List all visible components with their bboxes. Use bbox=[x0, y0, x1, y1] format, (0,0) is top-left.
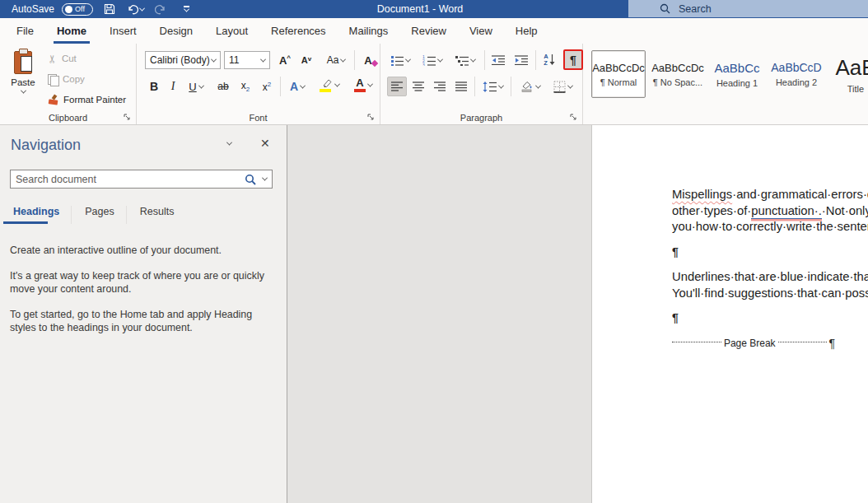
underline-button[interactable]: U bbox=[183, 77, 209, 96]
clear-formatting-button[interactable]: A bbox=[357, 50, 379, 70]
text-effects-dropdown-icon bbox=[300, 82, 306, 88]
tab-insert[interactable]: Insert bbox=[98, 18, 148, 44]
style-name: Title bbox=[847, 84, 864, 94]
cut-label: Cut bbox=[62, 54, 77, 63]
autosave-toggle-state: Off bbox=[75, 5, 85, 13]
font-name-value: Calibri (Body) bbox=[150, 54, 210, 66]
numbering-button[interactable]: 1 2 3 bbox=[418, 50, 446, 70]
italic-button[interactable]: I bbox=[165, 77, 181, 96]
superscript-button[interactable]: x2 bbox=[257, 77, 277, 96]
document-search-input[interactable]: Search document bbox=[10, 170, 273, 189]
show-hide-formatting-button[interactable]: ¶ bbox=[563, 49, 583, 70]
bullets-button[interactable] bbox=[387, 50, 413, 70]
bold-button[interactable]: B bbox=[145, 77, 163, 96]
tab-mailings[interactable]: Mailings bbox=[338, 18, 400, 44]
borders-dropdown-icon[interactable] bbox=[567, 82, 572, 88]
autosave-toggle[interactable]: Off bbox=[62, 3, 93, 16]
navigation-tab-results[interactable]: Results bbox=[127, 206, 186, 224]
style-heading-1[interactable]: AaBbCcHeading 1 bbox=[710, 50, 764, 98]
tab-references[interactable]: References bbox=[259, 18, 337, 44]
search-icon[interactable] bbox=[245, 174, 256, 185]
style-heading-2[interactable]: AaBbCcDHeading 2 bbox=[769, 50, 824, 98]
style-no-spac[interactable]: AaBbCcDc¶ No Spac... bbox=[651, 50, 705, 98]
font-size-combobox[interactable]: 11 bbox=[224, 51, 270, 69]
style-preview: AaBbCc bbox=[714, 61, 759, 75]
increase-indent-button[interactable] bbox=[511, 50, 532, 70]
paste-dropdown-icon[interactable] bbox=[20, 88, 26, 94]
navigation-tab-pages[interactable]: Pages bbox=[72, 206, 126, 224]
highlight-icon bbox=[320, 78, 333, 92]
align-right-button[interactable] bbox=[430, 77, 450, 96]
paragraph: Mispellings·and·grammatical·errors·can·e… bbox=[672, 187, 868, 235]
redo-button[interactable] bbox=[152, 1, 170, 17]
cut-button[interactable]: ✂ Cut bbox=[48, 50, 77, 67]
shading-button[interactable] bbox=[516, 77, 545, 96]
shading-dropdown-icon[interactable] bbox=[535, 82, 541, 88]
tab-design[interactable]: Design bbox=[148, 18, 204, 44]
tab-view[interactable]: View bbox=[458, 18, 504, 44]
customize-qat-button[interactable] bbox=[177, 1, 195, 17]
grow-font-button[interactable]: A^ bbox=[275, 50, 295, 70]
highlight-button[interactable] bbox=[313, 75, 346, 95]
document-page[interactable]: Mispellings·and·grammatical·errors·can·e… bbox=[591, 125, 868, 503]
undo-button[interactable] bbox=[126, 1, 144, 17]
copy-button[interactable]: Copy bbox=[48, 71, 85, 87]
titlebar-search-box[interactable]: Search bbox=[628, 0, 868, 17]
undo-icon bbox=[127, 4, 138, 15]
borders-button[interactable] bbox=[547, 77, 578, 96]
redo-icon bbox=[155, 4, 166, 15]
justify-button[interactable] bbox=[451, 77, 471, 96]
font-color-dropdown-icon[interactable] bbox=[367, 81, 373, 86]
pilcrow-mark: ¶ bbox=[672, 311, 679, 324]
numbering-dropdown-icon[interactable] bbox=[437, 56, 443, 62]
style-name: ¶ Normal bbox=[600, 77, 637, 87]
line-spacing-button[interactable] bbox=[478, 77, 507, 96]
line-spacing-dropdown-icon[interactable] bbox=[497, 82, 503, 88]
font-dialog-launcher[interactable] bbox=[366, 112, 376, 122]
navigation-collapse-icon[interactable] bbox=[226, 140, 232, 146]
paste-button[interactable]: Paste bbox=[7, 49, 40, 109]
tab-home[interactable]: Home bbox=[45, 18, 98, 44]
align-center-button[interactable] bbox=[408, 77, 428, 96]
format-painter-button[interactable]: Format Painter bbox=[48, 91, 126, 108]
subscript-button[interactable]: x2 bbox=[236, 77, 255, 96]
tab-layout[interactable]: Layout bbox=[204, 18, 259, 44]
text-effects-button[interactable]: A bbox=[283, 77, 311, 96]
styles-group: AaBbCcDc¶ NormalAaBbCcDc¶ No Spac...AaBb… bbox=[583, 44, 868, 124]
shrink-font-button[interactable]: Av bbox=[296, 50, 316, 70]
font-name-combobox[interactable]: Calibri (Body) bbox=[145, 51, 221, 69]
align-left-button[interactable] bbox=[387, 77, 407, 96]
tab-file[interactable]: File bbox=[5, 18, 45, 44]
strikethrough-button[interactable]: ab bbox=[212, 77, 234, 96]
text-segment: other·types·of· bbox=[672, 204, 751, 217]
clipboard-dialog-launcher[interactable] bbox=[122, 112, 132, 122]
paragraph: Underlines·that·are·blue·indicate·that·G… bbox=[672, 269, 868, 301]
sort-button[interactable]: AZ bbox=[539, 50, 560, 70]
text-segment: You'll·find·suggestions·that·can·possibl… bbox=[672, 286, 868, 300]
align-center-icon bbox=[413, 82, 424, 91]
style-title[interactable]: AaBTitle bbox=[828, 50, 868, 98]
navigation-body: Create an interactive outline of your do… bbox=[10, 244, 278, 347]
tab-help[interactable]: Help bbox=[504, 18, 549, 44]
multilevel-list-button[interactable] bbox=[451, 50, 479, 70]
font-color-button[interactable]: A bbox=[348, 75, 379, 95]
tab-review[interactable]: Review bbox=[399, 18, 458, 44]
highlight-dropdown-icon[interactable] bbox=[334, 81, 340, 86]
bullets-dropdown-icon[interactable] bbox=[404, 56, 410, 62]
search-options-dropdown-icon[interactable] bbox=[262, 175, 268, 181]
underline-dropdown-icon[interactable] bbox=[198, 82, 204, 88]
navigation-tab-headings[interactable]: Headings bbox=[0, 206, 72, 224]
style-normal[interactable]: AaBbCcDc¶ Normal bbox=[591, 50, 646, 98]
undo-dropdown-icon[interactable] bbox=[139, 5, 145, 11]
multilevel-list-dropdown-icon[interactable] bbox=[470, 56, 476, 62]
font-size-dropdown-icon bbox=[260, 56, 266, 62]
bullets-icon bbox=[391, 55, 404, 66]
pilcrow-mark: ¶ bbox=[672, 245, 679, 258]
change-case-button[interactable]: Aa bbox=[321, 50, 351, 70]
document-text[interactable]: Mispellings·and·grammatical·errors·can·e… bbox=[672, 187, 868, 361]
grow-font-icon: A^ bbox=[279, 54, 291, 67]
paragraph-dialog-launcher[interactable] bbox=[568, 112, 578, 122]
navigation-close-icon[interactable]: ✕ bbox=[260, 137, 270, 150]
decrease-indent-button[interactable] bbox=[488, 50, 509, 70]
save-button[interactable] bbox=[100, 1, 119, 17]
